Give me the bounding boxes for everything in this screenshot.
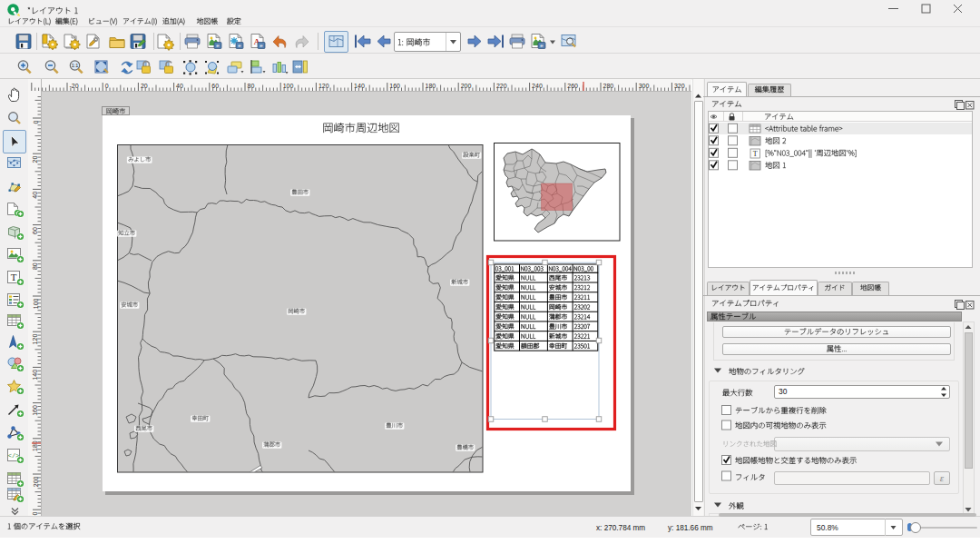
- svg-text:ε: ε: [940, 472, 945, 483]
- svg-text:1:1: 1:1: [72, 63, 79, 68]
- svg-text:T: T: [11, 272, 17, 282]
- svg-text:T: T: [753, 150, 758, 158]
